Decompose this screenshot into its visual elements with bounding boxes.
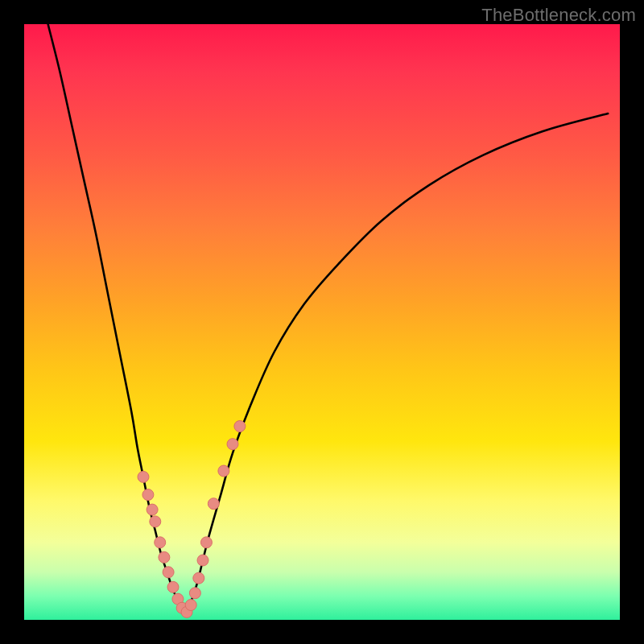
curve-right-branch [185,114,608,614]
marker-dot [138,471,149,482]
marker-dot [155,537,166,548]
marker-dot [167,581,179,592]
marker-dots [138,421,246,618]
chart-frame: TheBottleneck.com [0,0,644,644]
marker-dot [159,551,170,563]
marker-dot [197,555,208,566]
marker-dot [234,421,246,432]
plot-area [24,24,620,620]
marker-dot [142,489,154,501]
marker-dot [193,572,204,584]
marker-dot [227,439,238,450]
line-series [48,24,609,614]
marker-dot [163,567,174,578]
marker-dot [150,516,161,527]
watermark-text: TheBottleneck.com [481,5,636,26]
marker-dot [185,600,196,611]
marker-dot [189,588,200,599]
chart-svg [24,24,620,620]
curve-left-branch [48,24,185,614]
marker-dot [208,498,219,510]
marker-dot [218,465,229,477]
marker-dot [147,504,158,515]
marker-dot [200,537,212,548]
